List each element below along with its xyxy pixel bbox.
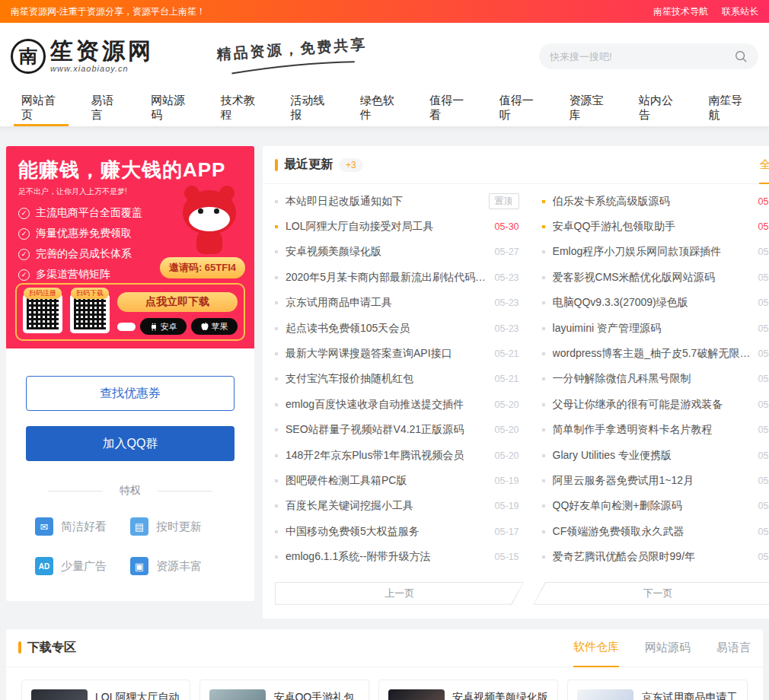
article-title[interactable]: 电脑QQv9.3.3(27009)绿色版 xyxy=(553,296,751,310)
list-item[interactable]: 一分钟解除微信凡科黑号限制 05-21 xyxy=(542,367,769,392)
list-item[interactable]: 电脑QQv9.3.3(27009)绿色版 05-23 xyxy=(542,291,769,316)
list-item[interactable]: wordpress博客主题_柚子皮5.7破解无限制版 05-21 xyxy=(542,341,769,366)
list-item[interactable]: 支付宝汽车报价抽随机红包 05-21 xyxy=(275,367,519,392)
list-item[interactable]: 伯乐发卡系统高级版源码 05-30 xyxy=(542,189,769,214)
list-item[interactable]: emlog6.1.1系统--附带升级方法 05-15 xyxy=(275,544,519,569)
article-title[interactable]: emlog6.1.1系统--附带升级方法 xyxy=(286,550,487,564)
download-card[interactable]: LOL阿狸大厅自动接受对局工具 xyxy=(21,679,190,700)
list-item[interactable]: LOL阿狸大厅自动接受对局工具 05-30 xyxy=(275,214,519,239)
download-tab[interactable]: 易语言 xyxy=(716,629,751,667)
article-title[interactable]: SEO站群量子视频站群V4.21正版源码 xyxy=(286,423,487,437)
article-title[interactable]: 父母让你继承的很有可能是游戏装备 xyxy=(553,398,751,412)
article-title[interactable]: CF领端游免费领取永久武器 xyxy=(553,525,751,539)
search-input[interactable] xyxy=(550,51,734,62)
card-title[interactable]: 安卓视频美颜绿化版 xyxy=(452,689,549,700)
article-date: 05-30 xyxy=(758,221,769,232)
nav-item[interactable]: 值得一听 xyxy=(484,90,554,126)
list-item[interactable]: 安卓视频美颜绿化版 05-27 xyxy=(275,240,519,265)
download-now-button[interactable]: 点我立即下载 xyxy=(117,292,238,312)
card-title[interactable]: 安卓QQ手游礼包领取助手 xyxy=(273,689,359,700)
list-item[interactable]: QQ好友单向检测+删除源码 05-17 xyxy=(542,494,769,519)
article-title[interactable]: emlog百度快速收录自动推送提交插件 xyxy=(286,398,487,412)
list-item[interactable]: 简单制作手拿透明资料卡名片教程 05-20 xyxy=(542,418,769,443)
list-item[interactable]: 爱奇艺腾讯优酷会员限时99/年 05-15 xyxy=(542,544,769,569)
article-title[interactable]: 本站即日起改版通知如下 xyxy=(286,195,481,208)
list-item[interactable]: Glary Utilities 专业便携版 05-19 xyxy=(542,443,769,468)
article-title[interactable]: 2020年5月某卡商内部最新流出刷钻代码 全... xyxy=(286,271,487,285)
list-item[interactable]: 阿里云服务器免费试用1~12月 05-19 xyxy=(542,468,769,493)
nav-item[interactable]: 活动线报 xyxy=(275,90,345,126)
article-title[interactable]: 伯乐发卡系统高级版源码 xyxy=(553,195,751,208)
article-title[interactable]: wordpress博客主题_柚子皮5.7破解无限制版 xyxy=(553,347,751,361)
article-title[interactable]: 安卓视频美颜绿化版 xyxy=(286,245,487,259)
next-page-button[interactable]: 下一页 xyxy=(533,582,769,605)
android-button[interactable]: 安卓 xyxy=(140,318,187,335)
card-title[interactable]: LOL阿狸大厅自动接受对局工具 xyxy=(95,689,180,700)
nav-item[interactable]: 值得一看 xyxy=(414,90,484,126)
article-title[interactable]: 起点读书免费领105天会员 xyxy=(286,322,487,336)
list-item[interactable]: 起点读书免费领105天会员 05-23 xyxy=(275,316,519,341)
view-all-link[interactable]: 全部 xyxy=(759,146,769,184)
nav-item[interactable]: 技术教程 xyxy=(206,90,276,126)
nav-item[interactable]: 资源宝库 xyxy=(554,90,624,126)
sidebar: 能赚钱，赚大钱的APP 足不出户，让你月入上万不是梦! 主流电商平台全面覆盖 海… xyxy=(6,146,254,601)
article-title[interactable]: 一分钟解除微信凡科黑号限制 xyxy=(553,372,751,386)
list-item[interactable]: layuimini 资产管理源码 05-21 xyxy=(542,316,769,341)
download-tab[interactable]: 软件仓库 xyxy=(573,629,619,667)
list-item[interactable]: 本站即日起改版通知如下 置顶 xyxy=(275,189,519,214)
search-icon[interactable] xyxy=(734,49,748,63)
list-item[interactable]: 图吧硬件检测工具箱PC版 05-19 xyxy=(275,468,519,493)
card-thumbnail xyxy=(577,689,633,700)
list-item[interactable]: 百度长尾关键词挖掘小工具 05-19 xyxy=(275,494,519,519)
list-item[interactable]: 爱客影视CMS米酷优化版网站源码 05-23 xyxy=(542,265,769,290)
article-title[interactable]: 中国移动免费领5大权益服务 xyxy=(286,525,487,539)
article-title[interactable]: Emlog程序小刀娱乐网同款顶踩插件 xyxy=(553,245,751,259)
article-title[interactable]: 爱客影视CMS米酷优化版网站源码 xyxy=(553,271,751,285)
join-qq-group-button[interactable]: 加入QQ群 xyxy=(26,426,235,461)
nav-item[interactable]: 站内公告 xyxy=(624,90,694,126)
list-item[interactable]: 最新大学网课搜题答案查询API接口 05-21 xyxy=(275,341,519,366)
download-card[interactable]: 安卓视频美颜绿化版 ★★★☆☆/ 2020-05- xyxy=(378,679,559,700)
list-item[interactable]: CF领端游免费领取永久武器 05-16 xyxy=(542,519,769,544)
article-title[interactable]: LOL阿狸大厅自动接受对局工具 xyxy=(286,220,487,234)
nav-item[interactable]: 南笙导航 xyxy=(693,90,763,126)
list-item[interactable]: 京东试用商品申请工具 05-23 xyxy=(275,291,519,316)
topbar-link[interactable]: 南笙技术导航 xyxy=(653,5,708,18)
nav-item[interactable]: 网站源码 xyxy=(136,90,206,126)
article-title[interactable]: Glary Utilities 专业便携版 xyxy=(553,449,751,463)
topbar-link[interactable]: 联系站长 xyxy=(722,5,758,18)
article-title[interactable]: 百度长尾关键词挖掘小工具 xyxy=(286,499,487,513)
download-tab[interactable]: 网站源码 xyxy=(645,629,691,667)
app-ad-banner[interactable]: 能赚钱，赚大钱的APP 足不出户，让你月入上万不是梦! 主流电商平台全面覆盖 海… xyxy=(6,146,254,348)
card-title[interactable]: 京东试用商品申请工具 xyxy=(641,689,738,700)
article-title[interactable]: 最新大学网课搜题答案查询API接口 xyxy=(286,347,487,361)
article-title[interactable]: 简单制作手拿透明资料卡名片教程 xyxy=(553,423,751,437)
list-item[interactable]: 2020年5月某卡商内部最新流出刷钻代码 全... 05-23 xyxy=(275,265,519,290)
nav-item[interactable]: 网站首页 xyxy=(6,90,76,126)
list-item[interactable]: emlog百度快速收录自动推送提交插件 05-20 xyxy=(275,392,519,417)
article-title[interactable]: 安卓QQ手游礼包领取助手 xyxy=(553,220,751,234)
article-title[interactable]: 京东试用商品申请工具 xyxy=(286,296,487,310)
ios-button[interactable]: 苹果 xyxy=(191,318,238,335)
nav-item[interactable]: 易语言 xyxy=(76,90,136,126)
article-title[interactable]: QQ好友单向检测+删除源码 xyxy=(553,499,751,513)
list-item[interactable]: 中国移动免费领5大权益服务 05-17 xyxy=(275,519,519,544)
nav-item[interactable]: 绿色软件 xyxy=(345,90,415,126)
article-title[interactable]: 148开2年京东Plus带1年腾讯视频会员 xyxy=(286,449,487,463)
article-title[interactable]: 爱奇艺腾讯优酷会员限时99/年 xyxy=(553,550,751,564)
list-item[interactable]: 父母让你继承的很有可能是游戏装备 05-20 xyxy=(542,392,769,417)
site-logo[interactable]: 南 笙资源网 www.xiaobiaoy.cn xyxy=(11,39,154,74)
article-title[interactable]: 支付宝汽车报价抽随机红包 xyxy=(286,372,487,386)
list-item[interactable]: 148开2年京东Plus带1年腾讯视频会员 05-20 xyxy=(275,443,519,468)
search-box[interactable] xyxy=(539,43,758,69)
article-title[interactable]: 图吧硬件检测工具箱PC版 xyxy=(286,474,487,488)
find-coupon-button[interactable]: 查找优惠券 xyxy=(26,376,235,411)
list-item[interactable]: Emlog程序小刀娱乐网同款顶踩插件 05-24 xyxy=(542,240,769,265)
list-item[interactable]: SEO站群量子视频站群V4.21正版源码 05-20 xyxy=(275,418,519,443)
article-title[interactable]: 阿里云服务器免费试用1~12月 xyxy=(553,474,751,488)
prev-page-button[interactable]: 上一页 xyxy=(275,582,524,605)
download-card[interactable]: 京东试用商品申请工具 ★★★☆☆/ 2020-05- xyxy=(567,679,748,700)
list-item[interactable]: 安卓QQ手游礼包领取助手 05-30 xyxy=(542,214,769,239)
download-card[interactable]: 安卓QQ手游礼包领取助手 xyxy=(199,679,369,700)
article-title[interactable]: layuimini 资产管理源码 xyxy=(553,322,751,336)
